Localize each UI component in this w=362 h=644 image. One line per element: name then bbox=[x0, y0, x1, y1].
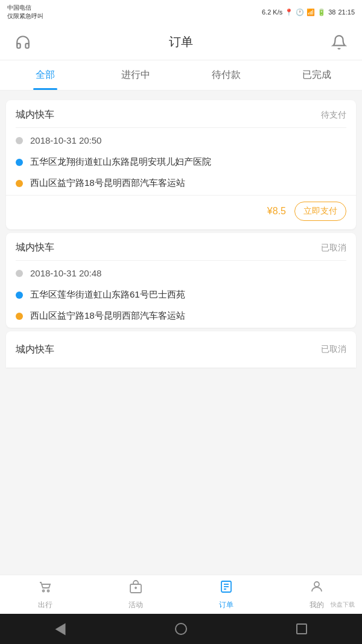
watermark-text: 快盘下载 bbox=[331, 601, 355, 609]
header: 订单 bbox=[0, 24, 362, 60]
carrier-name: 中国电信 bbox=[7, 4, 43, 12]
order-footer: ¥8.5 立即支付 bbox=[6, 195, 356, 229]
order-type: 城内快车 bbox=[16, 109, 54, 121]
mine-icon bbox=[310, 579, 324, 598]
partial-order-status: 已取消 bbox=[321, 344, 346, 355]
page-title: 订单 bbox=[169, 34, 193, 50]
order-from-row: 五华区龙翔街道虹山东路昆明安琪儿妇产医院 bbox=[6, 153, 356, 174]
order-to: 西山区益宁路18号昆明西部汽车客运站 bbox=[30, 310, 185, 322]
orders-icon bbox=[219, 579, 233, 598]
activity-icon bbox=[129, 579, 143, 598]
network-speed: 6.2 K/s bbox=[262, 8, 282, 16]
bell-button[interactable] bbox=[328, 31, 350, 53]
tab-pending[interactable]: 待付款 bbox=[181, 60, 272, 90]
order-from-row: 五华区莲华街道虹山东路61号巴士西苑 bbox=[6, 285, 356, 307]
nav-label-mine: 我的 bbox=[310, 600, 324, 610]
order-to-row: 西山区益宁路18号昆明西部汽车客运站 bbox=[6, 307, 356, 328]
partial-order-card: 城内快车 已取消 bbox=[6, 331, 356, 368]
order-header: 城内快车 已取消 bbox=[6, 233, 356, 260]
order-type: 城内快车 bbox=[16, 241, 54, 254]
tab-done[interactable]: 已完成 bbox=[272, 60, 362, 90]
nav-activity[interactable]: 活动 bbox=[91, 575, 181, 614]
order-to: 西山区益宁路18号昆明西部汽车客运站 bbox=[30, 177, 185, 189]
partial-order-type: 城内快车 bbox=[16, 343, 54, 356]
tab-all[interactable]: 全部 bbox=[0, 60, 91, 90]
back-button[interactable] bbox=[51, 620, 69, 638]
nav-travel[interactable]: 出行 bbox=[0, 575, 91, 614]
svg-point-1 bbox=[48, 590, 49, 591]
home-button[interactable] bbox=[172, 620, 190, 638]
svg-point-9 bbox=[314, 582, 319, 587]
svg-point-0 bbox=[43, 590, 45, 591]
nav-label-activity: 活动 bbox=[129, 600, 143, 610]
nav-orders[interactable]: 订单 bbox=[181, 575, 272, 614]
to-dot bbox=[16, 313, 23, 320]
nav-label-travel: 出行 bbox=[38, 600, 52, 610]
system-bar bbox=[0, 614, 362, 644]
order-status: 待支付 bbox=[321, 110, 346, 121]
carrier-info: 中国电信 仅限紧急呼叫 bbox=[7, 4, 43, 21]
time-dot bbox=[16, 137, 23, 144]
order-status: 已取消 bbox=[321, 243, 346, 253]
order-time: 2018-10-31 20:50 bbox=[30, 135, 101, 145]
battery-icon: 🔋 bbox=[317, 8, 326, 16]
status-right: 6.2 K/s 📍 🕐 📶 🔋 38 21:15 bbox=[262, 8, 355, 16]
order-header: 城内快车 待支付 bbox=[6, 100, 356, 127]
signal-icon: 📶 bbox=[306, 8, 315, 16]
from-dot bbox=[16, 292, 23, 299]
order-time-row: 2018-10-31 20:48 bbox=[6, 261, 356, 285]
recents-button[interactable] bbox=[293, 620, 311, 638]
order-card: 城内快车 待支付 2018-10-31 20:50 五华区龙翔街道虹山东路昆明安… bbox=[6, 100, 356, 229]
to-dot bbox=[16, 180, 23, 187]
pay-button[interactable]: 立即支付 bbox=[294, 202, 346, 221]
battery-level: 38 bbox=[328, 8, 335, 16]
travel-icon bbox=[38, 579, 52, 598]
order-price: ¥8.5 bbox=[267, 206, 286, 217]
carrier-notice: 仅限紧急呼叫 bbox=[7, 12, 43, 21]
order-time-row: 2018-10-31 20:50 bbox=[6, 128, 356, 153]
nav-label-orders: 订单 bbox=[219, 600, 233, 610]
clock-icon: 🕐 bbox=[296, 8, 304, 16]
order-time: 2018-10-31 20:48 bbox=[30, 268, 101, 278]
bottom-nav: 出行 活动 订单 bbox=[0, 575, 362, 614]
tab-bar: 全部 进行中 待付款 已完成 bbox=[0, 60, 362, 91]
watermark: 快盘下载 bbox=[328, 599, 357, 610]
headphone-button[interactable] bbox=[12, 31, 34, 53]
order-to-row: 西山区益宁路18号昆明西部汽车客运站 bbox=[6, 174, 356, 195]
order-from: 五华区龙翔街道虹山东路昆明安琪儿妇产医院 bbox=[30, 156, 211, 168]
tab-ongoing[interactable]: 进行中 bbox=[91, 60, 181, 90]
time-dot bbox=[16, 270, 23, 277]
order-card: 城内快车 已取消 2018-10-31 20:48 五华区莲华街道虹山东路61号… bbox=[6, 233, 356, 328]
gps-icon: 📍 bbox=[285, 8, 293, 16]
from-dot bbox=[16, 159, 23, 166]
time-display: 21:15 bbox=[338, 8, 355, 16]
order-from: 五华区莲华街道虹山东路61号巴士西苑 bbox=[30, 289, 185, 301]
orders-list[interactable]: 城内快车 待支付 2018-10-31 20:50 五华区龙翔街道虹山东路昆明安… bbox=[0, 91, 362, 575]
status-bar: 中国电信 仅限紧急呼叫 6.2 K/s 📍 🕐 📶 🔋 38 21:15 bbox=[0, 0, 362, 24]
